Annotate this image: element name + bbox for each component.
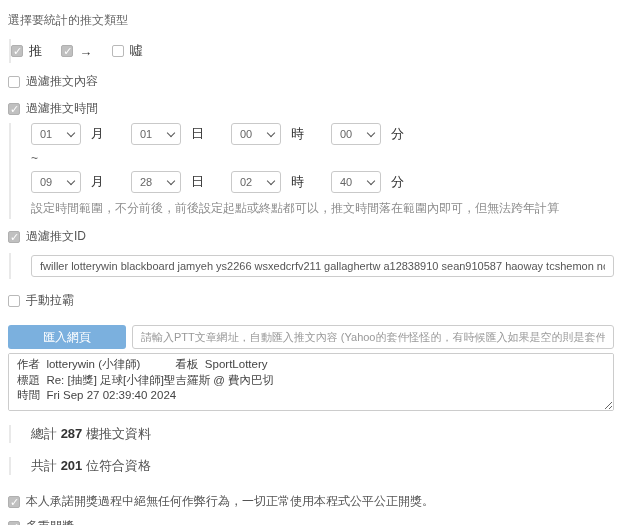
chevron-down-icon bbox=[267, 176, 275, 184]
hour-unit-label: 時 bbox=[291, 173, 304, 191]
push-type-option-arrow[interactable]: → bbox=[61, 44, 92, 59]
filter-content-checkbox[interactable] bbox=[8, 76, 20, 88]
chevron-down-icon bbox=[67, 176, 75, 184]
push-label: 推 bbox=[29, 42, 42, 60]
import-section: 匯入網頁 bbox=[8, 325, 614, 349]
start-month-select[interactable]: 01 bbox=[31, 123, 81, 145]
push-checkbox[interactable] bbox=[11, 45, 23, 57]
end-hour-value: 02 bbox=[240, 176, 252, 188]
start-day-value: 01 bbox=[140, 128, 152, 140]
fairness-promise-checkbox[interactable] bbox=[8, 496, 20, 508]
import-webpage-button[interactable]: 匯入網頁 bbox=[8, 325, 126, 349]
start-day-select[interactable]: 01 bbox=[131, 123, 181, 145]
multi-draw-checkbox[interactable] bbox=[8, 521, 20, 525]
end-month-value: 09 bbox=[40, 176, 52, 188]
start-month-value: 01 bbox=[40, 128, 52, 140]
chevron-down-icon bbox=[167, 128, 175, 136]
total-comments-stat: 總計 287 樓推文資料 bbox=[9, 425, 614, 443]
arrow-label: → bbox=[79, 44, 92, 59]
month-unit-label: 月 bbox=[91, 173, 104, 191]
filter-id-row[interactable]: 過濾推文ID bbox=[8, 228, 614, 245]
end-day-select[interactable]: 28 bbox=[131, 171, 181, 193]
filter-time-row[interactable]: 過濾推文時間 bbox=[8, 100, 614, 117]
end-month-select[interactable]: 09 bbox=[31, 171, 81, 193]
fairness-promise-row[interactable]: 本人承諾開獎過程中絕無任何作弊行為，一切正常使用本程式公平公正開獎。 bbox=[8, 493, 614, 510]
id-filter-section bbox=[9, 253, 614, 279]
chevron-down-icon bbox=[367, 128, 375, 136]
push-type-option-boo[interactable]: 噓 bbox=[112, 42, 143, 60]
hour-unit-label: 時 bbox=[291, 125, 304, 143]
filter-content-label: 過濾推文內容 bbox=[26, 73, 98, 90]
time-filter-section: 01 月 01 日 00 時 00 分 bbox=[9, 123, 614, 219]
end-day-value: 28 bbox=[140, 176, 152, 188]
qualified-stat: 共計 201 位符合資格 bbox=[9, 457, 614, 475]
filter-content-row[interactable]: 過濾推文內容 bbox=[8, 73, 614, 90]
id-filter-input[interactable] bbox=[31, 255, 614, 277]
start-minute-value: 00 bbox=[340, 128, 352, 140]
qualified-prefix: 共計 bbox=[31, 458, 57, 473]
page-title: 選擇要統計的推文類型 bbox=[8, 12, 614, 29]
total-value: 287 bbox=[61, 426, 83, 441]
start-minute-select[interactable]: 00 bbox=[331, 123, 381, 145]
chevron-down-icon bbox=[367, 176, 375, 184]
month-unit-label: 月 bbox=[91, 125, 104, 143]
article-content-textarea[interactable]: 作者 lotterywin (小律師) 看板 SportLottery 標題 R… bbox=[8, 353, 614, 411]
manual-slot-row[interactable]: 手動拉霸 bbox=[8, 292, 614, 309]
multi-draw-row[interactable]: 多重開獎 bbox=[8, 518, 614, 525]
arrow-checkbox[interactable] bbox=[61, 45, 73, 57]
multi-draw-label: 多重開獎 bbox=[26, 518, 74, 525]
chevron-down-icon bbox=[167, 176, 175, 184]
end-hour-select[interactable]: 02 bbox=[231, 171, 281, 193]
time-end-row: 09 月 28 日 02 時 40 分 bbox=[31, 171, 614, 193]
boo-checkbox[interactable] bbox=[112, 45, 124, 57]
time-start-row: 01 月 01 日 00 時 00 分 bbox=[31, 123, 614, 145]
filter-id-label: 過濾推文ID bbox=[26, 228, 86, 245]
qualified-suffix: 位符合資格 bbox=[86, 458, 151, 473]
fairness-promise-label: 本人承諾開獎過程中絕無任何作弊行為，一切正常使用本程式公平公正開獎。 bbox=[26, 493, 434, 510]
filter-time-label: 過濾推文時間 bbox=[26, 100, 98, 117]
chevron-down-icon bbox=[67, 128, 75, 136]
qualified-value: 201 bbox=[61, 458, 83, 473]
manual-slot-label: 手動拉霸 bbox=[26, 292, 74, 309]
day-unit-label: 日 bbox=[191, 125, 204, 143]
time-range-note: 設定時間範圍，不分前後，前後設定起點或終點都可以，推文時間落在範圍內即可，但無法… bbox=[31, 200, 614, 217]
chevron-down-icon bbox=[267, 128, 275, 136]
filter-id-checkbox[interactable] bbox=[8, 231, 20, 243]
push-type-section: 推 → 噓 bbox=[9, 39, 614, 63]
lottery-tool-page: 選擇要統計的推文類型 推 → 噓 過濾推文內容 過濾推文時間 01 月 bbox=[0, 0, 640, 525]
filter-time-checkbox[interactable] bbox=[8, 103, 20, 115]
manual-slot-checkbox[interactable] bbox=[8, 295, 20, 307]
total-prefix: 總計 bbox=[31, 426, 57, 441]
push-type-option-push[interactable]: 推 bbox=[11, 42, 42, 60]
range-tilde: ~ bbox=[31, 151, 614, 165]
start-hour-value: 00 bbox=[240, 128, 252, 140]
boo-label: 噓 bbox=[130, 42, 143, 60]
day-unit-label: 日 bbox=[191, 173, 204, 191]
end-minute-value: 40 bbox=[340, 176, 352, 188]
end-minute-select[interactable]: 40 bbox=[331, 171, 381, 193]
ptt-url-input[interactable] bbox=[132, 325, 614, 349]
start-hour-select[interactable]: 00 bbox=[231, 123, 281, 145]
minute-unit-label: 分 bbox=[391, 173, 404, 191]
minute-unit-label: 分 bbox=[391, 125, 404, 143]
total-suffix: 樓推文資料 bbox=[86, 426, 151, 441]
